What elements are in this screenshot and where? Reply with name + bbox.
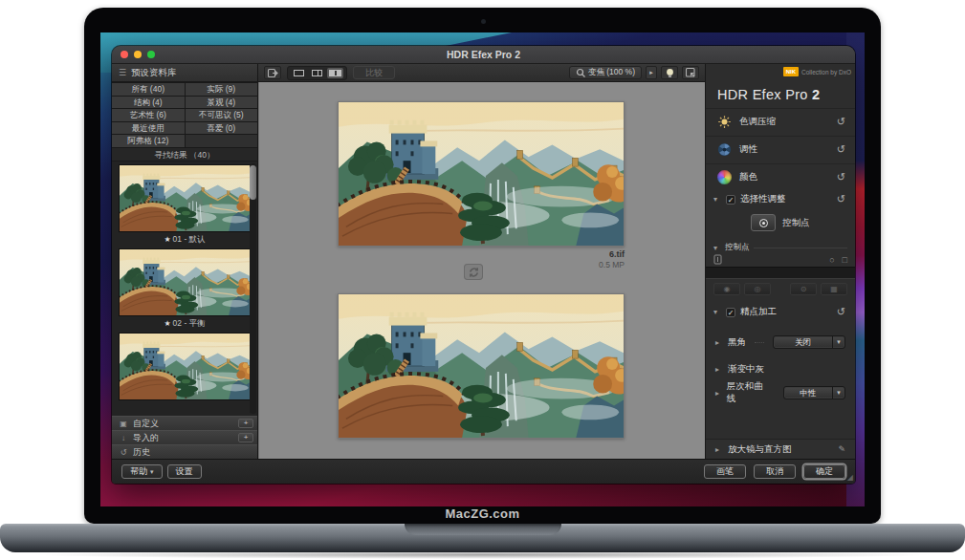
adjustments-panel: NIK Collection by DxO HDR Efex Pro 2 色调压… bbox=[705, 64, 855, 459]
resize-grip[interactable]: ◢ bbox=[847, 473, 853, 482]
color-wheel-icon bbox=[717, 170, 732, 184]
chevron-right-icon[interactable]: ▸ bbox=[715, 365, 723, 374]
reset-color-button[interactable]: ↺ bbox=[837, 171, 845, 183]
category-structure[interactable]: 结构 (4) bbox=[112, 97, 185, 109]
select-square-icon[interactable]: □ bbox=[843, 255, 847, 265]
control-point-list[interactable] bbox=[706, 267, 855, 279]
category-empty bbox=[186, 135, 258, 147]
levels-curves-dropdown[interactable]: 中性 ▼ bbox=[783, 386, 845, 399]
bezel-watermark: MacZG.com bbox=[84, 506, 881, 524]
reset-tonality-button[interactable]: ↺ bbox=[837, 143, 845, 156]
tonality-row[interactable]: 调性 ↺ bbox=[706, 136, 855, 162]
export-panel-button[interactable] bbox=[264, 66, 281, 79]
after-image[interactable] bbox=[338, 293, 625, 439]
duplicate-point-button[interactable]: ⊙ bbox=[790, 283, 817, 295]
before-image[interactable] bbox=[338, 101, 625, 247]
zoom-expand-button[interactable]: ▸ bbox=[646, 66, 657, 79]
levels-curves-row[interactable]: ▸ 层次和曲线 中性 ▼ bbox=[706, 382, 855, 403]
add-control-point-button[interactable] bbox=[751, 214, 776, 231]
preset-scrollbar-track[interactable] bbox=[250, 163, 256, 415]
category-recent[interactable]: 最近使用 bbox=[112, 122, 185, 135]
ungroup-points-button[interactable]: ◎ bbox=[744, 283, 771, 295]
graduated-nd-row[interactable]: ▸ 渐变中灰 bbox=[706, 358, 855, 379]
nik-logo: NIK bbox=[783, 67, 799, 76]
history-icon: ↺ bbox=[119, 448, 128, 457]
category-pack[interactable]: 阿弗格 (12) bbox=[112, 135, 185, 147]
side-by-side-view-button[interactable] bbox=[327, 68, 343, 78]
zoom-control[interactable]: 变焦 (100 %) bbox=[569, 66, 642, 79]
compare-button[interactable]: 比较 bbox=[353, 66, 395, 79]
chevron-down-icon[interactable]: ▾ bbox=[713, 244, 721, 252]
pin-icon[interactable]: ✎ bbox=[838, 444, 845, 454]
window-title: HDR Efex Pro 2 bbox=[112, 49, 855, 60]
control-point-tools: ○ □ bbox=[713, 253, 847, 266]
vignette-dropdown[interactable]: 关闭 ▼ bbox=[773, 335, 845, 349]
category-artistic[interactable]: 艺术性 (6) bbox=[112, 109, 185, 121]
finishing-checkbox[interactable]: ✓ bbox=[726, 308, 735, 317]
search-results-header: 寻找结果 （40） bbox=[112, 148, 257, 162]
chevron-right-icon[interactable]: ▸ bbox=[715, 338, 723, 347]
aperture-icon bbox=[717, 142, 732, 157]
preset-thumbnail[interactable] bbox=[119, 333, 252, 400]
category-surreal[interactable]: 不可思议 (5) bbox=[186, 109, 258, 121]
center-area: 比较 变焦 (100 %) ▸ bbox=[258, 64, 705, 459]
finishing-row[interactable]: ▾ ✓ 精点加工 ↺ bbox=[706, 306, 855, 318]
preset-scrollbar-thumb[interactable] bbox=[250, 165, 256, 200]
add-custom-preset-button[interactable]: + bbox=[238, 419, 253, 428]
help-button[interactable]: 帮助▾ bbox=[121, 464, 163, 479]
group-points-button[interactable]: ◉ bbox=[713, 283, 740, 295]
app-window: HDR Efex Pro 2 ☰ 预设资料库 所有 (40) 实际 (9) 结构… bbox=[112, 46, 855, 484]
history-section[interactable]: ↺ 历史 bbox=[112, 444, 257, 459]
loupe-histogram-row[interactable]: ▸ 放大镜与直方图 ✎ bbox=[706, 439, 855, 459]
laptop-base bbox=[0, 524, 965, 552]
nik-tagline: Collection by DxO bbox=[801, 69, 851, 75]
chevron-down-icon[interactable]: ▾ bbox=[713, 195, 721, 204]
reset-tone-compression-button[interactable]: ↺ bbox=[837, 116, 845, 128]
preset-thumbnail[interactable] bbox=[119, 248, 252, 316]
chevron-down-icon[interactable]: ▾ bbox=[713, 308, 721, 316]
list-toggle-icon[interactable] bbox=[713, 254, 723, 266]
preset-item-default[interactable]: ★01 - 默认 bbox=[112, 164, 257, 246]
dropdown-arrow-icon: ▼ bbox=[832, 336, 844, 348]
tone-compression-row[interactable]: 色调压缩 ↺ bbox=[706, 108, 855, 134]
category-realistic[interactable]: 实际 (9) bbox=[186, 83, 258, 96]
preset-item-balanced[interactable]: ★02 - 平衡 bbox=[112, 248, 257, 330]
background-color-button[interactable] bbox=[682, 66, 699, 79]
preset-label: ★02 - 平衡 bbox=[112, 316, 257, 330]
reset-finishing-button[interactable]: ↺ bbox=[837, 306, 845, 318]
preset-library-header[interactable]: ☰ 预设资料库 bbox=[112, 64, 257, 82]
select-circle-icon[interactable]: ○ bbox=[829, 255, 834, 265]
selective-adjustments-checkbox[interactable]: ✓ bbox=[726, 195, 735, 205]
delete-point-button[interactable]: ▦ bbox=[821, 283, 847, 295]
chevron-right-icon[interactable]: ▸ bbox=[715, 389, 722, 398]
category-all[interactable]: 所有 (40) bbox=[112, 83, 185, 96]
split-view-button[interactable] bbox=[309, 68, 325, 78]
preset-item-third[interactable] bbox=[112, 333, 257, 400]
reset-selective-button[interactable]: ↺ bbox=[837, 193, 845, 205]
custom-section[interactable]: ▣ 自定义 + bbox=[112, 416, 257, 430]
category-landscape[interactable]: 景观 (4) bbox=[186, 97, 258, 109]
view-mode-group bbox=[287, 66, 347, 80]
preset-label: ★01 - 默认 bbox=[112, 232, 257, 246]
ok-button[interactable]: 确定 bbox=[803, 464, 845, 479]
selective-adjustments-row[interactable]: ▾ ✓ 选择性调整 ↺ bbox=[706, 193, 855, 205]
star-icon: ★ bbox=[164, 235, 170, 244]
preset-list[interactable]: ★01 - 默认 ★02 - 平衡 bbox=[112, 162, 257, 417]
add-imported-preset-button[interactable]: + bbox=[238, 433, 253, 442]
toolbar-right-group: 变焦 (100 %) ▸ bbox=[569, 66, 699, 79]
sync-views-button[interactable] bbox=[464, 264, 483, 280]
cancel-button[interactable]: 取消 bbox=[754, 464, 796, 479]
vignette-row[interactable]: ▸ 黑角 关闭 ▼ bbox=[706, 332, 855, 353]
lightbulb-button[interactable] bbox=[661, 66, 678, 79]
category-favorites[interactable]: 喜爱 (0) bbox=[186, 122, 258, 135]
control-point-icon bbox=[759, 219, 768, 227]
chevron-right-icon[interactable]: ▸ bbox=[715, 445, 723, 454]
color-row[interactable]: 颜色 ↺ bbox=[706, 163, 855, 189]
brush-button[interactable]: 画笔 bbox=[704, 464, 746, 479]
control-points-subheader[interactable]: ▾ 控制点 bbox=[713, 242, 847, 253]
image-canvas[interactable]: 6.tif 0.5 MP bbox=[258, 82, 705, 459]
settings-button[interactable]: 设置 bbox=[167, 464, 202, 479]
imported-section[interactable]: ↓ 导入的 + bbox=[112, 430, 257, 444]
single-view-button[interactable] bbox=[291, 68, 307, 78]
preset-thumbnail[interactable] bbox=[119, 164, 252, 232]
